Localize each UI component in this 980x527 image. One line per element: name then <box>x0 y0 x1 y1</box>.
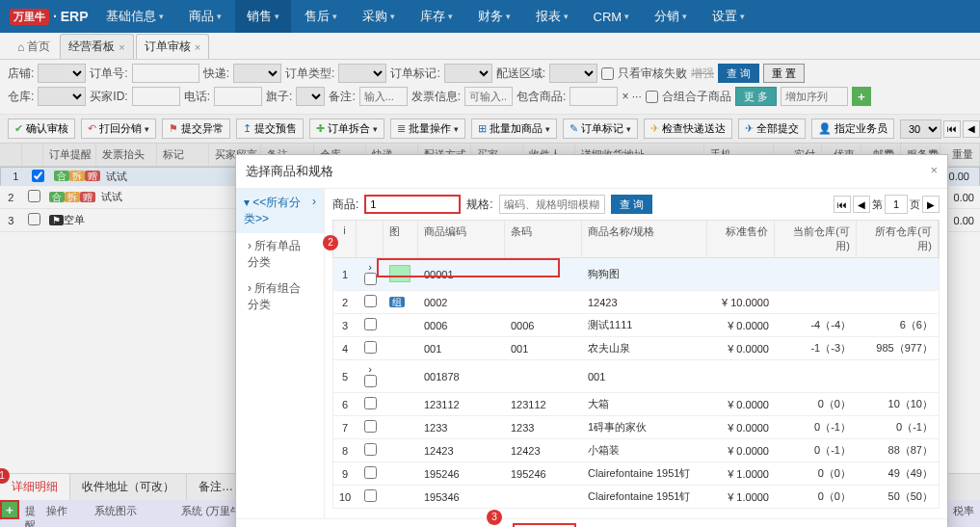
product-modal: 选择商品和规格 × ▾ <<所有分类>>› › 所有单品分类 › 所有组合分类 … <box>235 154 948 527</box>
col-header[interactable] <box>357 221 384 257</box>
row-checkbox[interactable] <box>364 375 377 387</box>
row-checkbox[interactable] <box>364 397 377 409</box>
modal-query-button[interactable]: 查 询 <box>611 195 652 214</box>
goods-input[interactable] <box>364 195 461 214</box>
cat-item[interactable]: › 所有单品分类 <box>236 233 324 276</box>
product-row[interactable]: 9 195246195246Clairefontaine 1951钉¥ 1.00… <box>332 462 940 486</box>
col-header[interactable]: 条码 <box>505 221 582 257</box>
row-checkbox[interactable] <box>364 318 377 330</box>
modal-page-first[interactable]: ⏮ <box>834 196 851 213</box>
modal-page-next[interactable]: ▶ <box>922 196 940 213</box>
lbl-spec: 规格: <box>466 197 492 213</box>
row-checkbox[interactable] <box>364 273 377 285</box>
col-header[interactable]: 商品名称/规格 <box>582 221 707 257</box>
modal-title: 选择商品和规格 <box>246 163 333 180</box>
product-row[interactable]: 6 123112123112大箱¥ 0.00000（0）10（10） <box>332 393 940 416</box>
product-row[interactable]: 7 123312331碍事的家伙¥ 0.00000（-1）0（-1） <box>332 416 940 439</box>
col-header[interactable]: 所有仓库(可用) <box>857 221 939 257</box>
row-checkbox[interactable] <box>364 466 377 479</box>
col-header[interactable]: 图 <box>384 221 418 257</box>
product-row[interactable]: 2 组000212423¥ 10.0000 <box>332 291 940 314</box>
row-checkbox[interactable] <box>364 443 377 456</box>
chevron-right-icon: › <box>312 195 316 227</box>
product-row[interactable]: 8 1242312423小箱装¥ 0.00000（-1）88（87） <box>332 439 940 462</box>
product-row[interactable]: 4 001001农夫山泉¥ 0.0000-1（-3）985（977） <box>332 337 940 360</box>
thumbnail <box>389 265 411 282</box>
spec-input[interactable] <box>499 195 605 214</box>
badge-3: 3 <box>487 510 502 525</box>
row-checkbox[interactable] <box>364 341 377 354</box>
modal-page-input[interactable] <box>885 195 908 214</box>
col-header[interactable]: 商品编码 <box>418 221 505 257</box>
cat-item[interactable]: › 所有组合分类 <box>236 276 324 318</box>
row-checkbox[interactable] <box>364 489 377 502</box>
badge-2: 2 <box>323 235 338 250</box>
close-icon[interactable]: × <box>930 163 938 180</box>
row-checkbox[interactable] <box>364 420 377 433</box>
product-row[interactable]: 5› 001878001 <box>332 360 940 393</box>
modal-page-prev[interactable]: ◀ <box>853 196 870 213</box>
cat-all[interactable]: ▾ <<所有分类>>› <box>236 189 324 233</box>
lbl-goods: 商品: <box>332 197 358 213</box>
product-row[interactable]: 3 00060006测试1111¥ 0.0000-4（-4）6（6） <box>332 314 940 337</box>
col-header[interactable]: 标准售价 <box>707 221 775 257</box>
category-panel: ▾ <<所有分类>>› › 所有单品分类 › 所有组合分类 <box>236 189 325 518</box>
product-row[interactable]: 10 195346Clairefontaine 1951钉¥ 1.00000（0… <box>332 486 940 509</box>
row-checkbox[interactable] <box>364 295 377 307</box>
col-header[interactable]: 当前仓库(可用) <box>775 221 857 257</box>
product-panel: 商品: 规格: 查 询 ⏮ ◀ 第 页 ▶ i图商品编码条码商品名称/规格标准售… <box>325 189 947 518</box>
product-row[interactable]: 1› 00001狗狗图 <box>332 258 940 291</box>
